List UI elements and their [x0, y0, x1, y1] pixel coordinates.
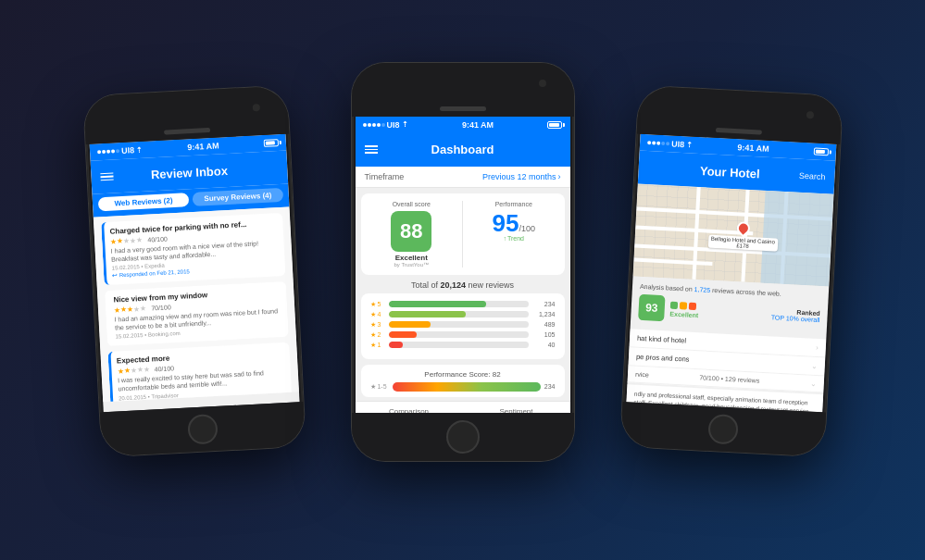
analysis-link[interactable]: 1,725: [694, 285, 710, 292]
tab-survey-reviews[interactable]: Survey Reviews (4): [192, 187, 283, 205]
screen-center: UI8 ⇡ 9:41 AM Dashboard Ti: [356, 117, 570, 413]
performance-title: Performance: [470, 201, 557, 207]
rating-row-1: ★ 1 40: [370, 342, 556, 349]
chevron-right-icon: ›: [558, 172, 561, 181]
score-item-label: rvice: [634, 370, 648, 378]
tab-comparison[interactable]: Comparison: [356, 402, 463, 413]
list-item[interactable]: Nice view from my window ★★★★★ 70/100 I …: [104, 281, 288, 346]
phone-left: UI8 ⇡ 9:41 AM Review Inbox: [82, 85, 305, 456]
score-item-score: 70/100 • 129 reviews: [699, 374, 759, 383]
tab-sentiment[interactable]: Sentiment: [463, 402, 570, 413]
rating-row-4: ★ 4 1,234: [370, 311, 556, 318]
gradient-bar-count: 234: [544, 383, 556, 390]
performance-score-section: Performance Score: 82 ★ 1-5 234: [361, 365, 565, 397]
status-bar-center: UI8 ⇡ 9:41 AM: [356, 117, 570, 133]
hotel-excellent-label: Excellent: [669, 310, 698, 318]
tab-web-reviews[interactable]: Web Reviews (2): [97, 193, 189, 211]
score-rank-row: 93 Excellent Ranked TOP 10% overall: [638, 293, 820, 329]
excellent-label: Excellent: [369, 254, 456, 262]
overall-score-value: 88: [391, 211, 431, 252]
menu-item-label: pe pros and cons: [635, 352, 689, 363]
home-button-left[interactable]: [187, 413, 219, 444]
rating-bars: ★ 5 234 ★ 4 1,234 ★ 3 489 ★ 2 10: [361, 293, 565, 359]
rating-count-5: 234: [532, 301, 556, 307]
dot-yellow: [679, 301, 686, 308]
rating-row-2: ★ 2 105: [370, 331, 556, 339]
star-label-5: ★ 5: [370, 301, 385, 308]
hotel-info-section: Analysis based on 1,725 reviews across t…: [630, 276, 829, 339]
timeframe-label: Timeframe: [365, 172, 405, 181]
pin-head: [734, 218, 753, 237]
dot-green: [669, 301, 677, 308]
rating-count-3: 489: [532, 321, 556, 328]
overall-score-box: Overall score 88 Excellent by TrustYou™: [369, 201, 456, 268]
rating-count-1: 40: [532, 342, 556, 348]
time-center: 9:41 AM: [462, 120, 494, 130]
list-item[interactable]: Expected more ★★★★★ 40/100 I was really …: [107, 342, 292, 402]
phones-container: UI8 ⇡ 9:41 AM Review Inbox: [46, 17, 880, 544]
screen-right: UI8 ⇡ 9:41 AM Your Hotel Search: [626, 133, 836, 412]
timeframe-value: Previous 12 months ›: [482, 172, 561, 181]
chevron-right-icon: ›: [815, 342, 818, 351]
performance-box: Performance 95 /100 ↑ Trend: [470, 201, 557, 268]
app-header-center: Dashboard: [356, 133, 570, 167]
performance-score-label: Performance Score: 82: [370, 370, 556, 379]
menu-item-label: hat kind of hotel: [636, 333, 685, 344]
map-container: Bellagio Hotel and Casino £178: [632, 183, 833, 286]
wifi-icon-center: ⇡: [402, 120, 408, 129]
wifi-icon-right: ⇡: [685, 140, 692, 148]
carrier-center: UI8: [387, 120, 400, 130]
overall-score-title: Overall score: [369, 201, 456, 207]
dashboard-title: Dashboard: [378, 143, 548, 156]
star-label-2: ★ 2: [370, 331, 385, 339]
your-hotel-title: Your Hotel: [660, 161, 799, 182]
hotel-score-mini: 93: [638, 293, 665, 320]
inbox-title: Review Inbox: [113, 161, 266, 183]
review-list: Charged twice for parking with no ref...…: [93, 206, 298, 402]
gradient-bar: [393, 382, 541, 392]
wifi-icon-left: ⇡: [135, 145, 142, 154]
time-left: 9:41 AM: [187, 141, 219, 152]
star-label-4: ★ 4: [370, 311, 385, 318]
map-pin: Bellagio Hotel and Casino £178: [707, 219, 779, 251]
trustyou-label: by TrustYou™: [369, 262, 456, 268]
phone-right: UI8 ⇡ 9:41 AM Your Hotel Search: [619, 85, 842, 456]
reviews-header: Total of 20,124 new reviews: [356, 280, 570, 290]
score-section: Overall score 88 Excellent by TrustYou™ …: [361, 193, 565, 275]
rating-count-4: 1,234: [532, 311, 556, 317]
dot-orange: [688, 302, 695, 309]
hamburger-icon-center[interactable]: [365, 145, 378, 154]
rating-row-3: ★ 3 489: [370, 321, 556, 329]
chevron-down-icon: ⌄: [809, 379, 816, 387]
star-label-1: ★ 1: [370, 342, 385, 349]
performance-score: 95: [493, 211, 519, 235]
menu-items: hat kind of hotel › pe pros and cons ⌄ r…: [627, 329, 826, 392]
time-right: 9:41 AM: [737, 143, 769, 154]
stars-range-label: ★ 1-5: [370, 383, 389, 391]
search-button[interactable]: Search: [798, 170, 825, 180]
phone-center: UI8 ⇡ 9:41 AM Dashboard Ti: [352, 63, 574, 461]
trend-label: ↑ Trend: [470, 235, 557, 242]
chevron-down-icon: ⌄: [810, 361, 817, 369]
performance-denom: /100: [519, 224, 535, 233]
bottom-tabs: Comparison Sentiment: [356, 401, 570, 413]
list-item[interactable]: Charged twice for parking with no ref...…: [101, 212, 285, 284]
home-button-right[interactable]: [707, 413, 739, 444]
home-button-center[interactable]: [446, 420, 480, 454]
carrier-right: UI8: [670, 139, 684, 149]
hamburger-icon[interactable]: [100, 172, 113, 180]
carrier-left: UI8: [120, 145, 134, 156]
screen-left: UI8 ⇡ 9:41 AM Review Inbox: [89, 133, 299, 412]
rating-row-5: ★ 5 234: [370, 301, 556, 308]
star-label-3: ★ 3: [370, 321, 385, 329]
rating-count-2: 105: [532, 331, 556, 338]
timeframe-bar[interactable]: Timeframe Previous 12 months ›: [356, 167, 570, 188]
